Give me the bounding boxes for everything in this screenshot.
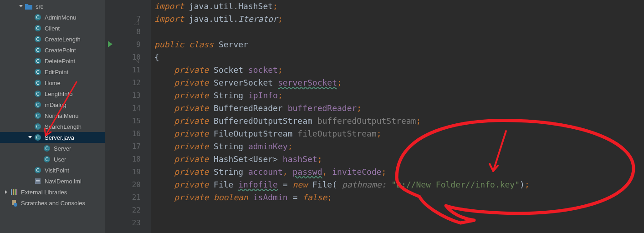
tree-file-visitpoint[interactable]: C VisitPoint (0, 165, 105, 176)
code-line[interactable]: private BufferedOutputStream bufferedOut… (154, 115, 644, 127)
tree-class-server[interactable]: C Server (0, 143, 105, 154)
code-line[interactable]: private BufferedReader bufferedReader; (154, 102, 644, 115)
svg-text:C: C (36, 37, 39, 42)
code-line[interactable]: { (154, 51, 644, 64)
gutter-line[interactable]: 16 (105, 127, 141, 140)
project-tree[interactable]: src C AdminMenu C Client C CreateLength … (0, 0, 105, 233)
code-line[interactable]: private String account, passwd, inviteCo… (154, 166, 644, 178)
tree-spacer (36, 146, 42, 151)
code-line[interactable]: private Socket socket; (154, 64, 644, 76)
tree-spacer (27, 102, 33, 107)
gutter-line[interactable]: 14 (105, 102, 141, 115)
svg-rect-31 (36, 180, 40, 181)
code-line[interactable]: import java.util.HashSet; (154, 0, 644, 13)
svg-rect-36 (16, 189, 17, 195)
svg-text:C: C (36, 113, 39, 118)
code-line[interactable]: private HashSet<User> hashSet; (154, 153, 644, 166)
code-line[interactable]: private FileOutputStream fileOutputStrea… (154, 127, 644, 140)
line-number: 16 (132, 129, 141, 138)
tree-spacer (27, 167, 33, 173)
tree-file-mdialog[interactable]: C mDialog (0, 99, 105, 110)
gutter-line[interactable]: 20 (105, 178, 141, 191)
tree-spacer (27, 80, 33, 86)
code-line[interactable]: private ServerSocket serverSocket; (154, 76, 644, 89)
class-icon: C (34, 35, 42, 43)
tree-file-createpoint[interactable]: C CreatePoint (0, 45, 105, 56)
tree-spacer (27, 15, 33, 20)
tree-file-client[interactable]: C Client (0, 23, 105, 34)
code-line[interactable]: import java.util.Iterator; (154, 13, 644, 25)
tree-label: DeletePoint (45, 58, 75, 65)
tree-class-user[interactable]: C User (0, 154, 105, 165)
gutter-line[interactable]: 9 (105, 38, 141, 51)
class-icon: C (34, 133, 42, 142)
svg-text:C: C (36, 59, 39, 64)
svg-rect-33 (11, 189, 12, 195)
tree-label: VisitPoint (45, 167, 69, 174)
gutter-line[interactable]: 17 (105, 140, 141, 153)
tree-label: CreateLength (45, 36, 81, 43)
tree-folder-src[interactable]: src (0, 1, 105, 12)
svg-rect-34 (13, 189, 14, 195)
tree-file-deletepoint[interactable]: C DeletePoint (0, 56, 105, 66)
code-line[interactable] (154, 217, 644, 229)
gutter-line[interactable]: 19 (105, 166, 141, 178)
gutter-line[interactable]: 10 (105, 51, 141, 64)
tree-external-libraries[interactable]: External Libraries (0, 187, 105, 198)
class-icon: C (34, 24, 42, 32)
gutter-line[interactable]: 23 (105, 217, 141, 229)
code-line[interactable]: private File infofile = new File( pathna… (154, 178, 644, 191)
code-line[interactable]: private boolean isAdmin = false; (154, 191, 644, 204)
code-line[interactable]: private String adminKey; (154, 140, 644, 153)
class-icon: C (34, 13, 42, 21)
class-icon: C (34, 90, 42, 98)
run-icon[interactable] (108, 41, 112, 47)
gutter-line[interactable]: 15 (105, 115, 141, 127)
svg-text:C: C (36, 168, 39, 173)
tree-label: mDialog (45, 101, 66, 108)
line-number: 11 (132, 66, 141, 74)
tree-file-editpoint[interactable]: C EditPoint (0, 66, 105, 77)
code-editor[interactable]: 7 8 9 10 11 12 13 14 15 16 17 18 19 20 2… (105, 0, 644, 233)
code-line[interactable]: private String ipInfo; (154, 89, 644, 102)
module-icon (34, 177, 42, 185)
tree-file-server-java[interactable]: C Server.java (0, 132, 105, 143)
tree-file-createlength[interactable]: C CreateLength (0, 34, 105, 45)
tree-file-lengthinfo[interactable]: C LengthInfo (0, 88, 105, 99)
fold-end-icon[interactable] (134, 16, 139, 21)
library-icon (10, 188, 18, 196)
gutter-line[interactable]: 7 (105, 13, 141, 25)
chevron-right-icon (4, 189, 9, 195)
class-icon: C (34, 57, 42, 65)
gutter-line[interactable]: 8 (105, 25, 141, 38)
gutter-line[interactable]: 18 (105, 153, 141, 166)
line-number: 20 (132, 180, 141, 189)
gutter-line[interactable]: 11 (105, 64, 141, 76)
gutter-line[interactable]: 21 (105, 191, 141, 204)
fold-start-icon[interactable] (134, 55, 139, 59)
gutter-line[interactable]: 22 (105, 204, 141, 217)
tree-label: External Libraries (21, 189, 67, 196)
tree-file-adminmenu[interactable]: C AdminMenu (0, 12, 105, 23)
tree-file-normalmenu[interactable]: C NormalMenu (0, 110, 105, 121)
svg-rect-35 (15, 189, 16, 195)
code-area[interactable]: import java.util.HashSet; import java.ut… (151, 0, 644, 233)
gutter-line[interactable] (105, 0, 141, 13)
tree-file-navidemo-iml[interactable]: NaviDemo.iml (0, 176, 105, 187)
gutter-line[interactable]: 12 (105, 76, 141, 89)
code-line[interactable] (154, 204, 644, 217)
tree-spacer (27, 91, 33, 96)
tree-scratches[interactable]: Scratches and Consoles (0, 198, 105, 208)
gutter-line[interactable]: 13 (105, 89, 141, 102)
svg-text:C: C (45, 157, 48, 162)
tree-file-home[interactable]: C Home (0, 77, 105, 88)
tree-file-searchlength[interactable]: C SearchLength (0, 121, 105, 132)
class-icon: C (34, 68, 42, 76)
class-icon: C (34, 111, 42, 120)
editor-gutter[interactable]: 7 8 9 10 11 12 13 14 15 16 17 18 19 20 2… (105, 0, 151, 233)
class-icon: C (34, 101, 42, 109)
tree-spacer (27, 113, 33, 118)
code-line[interactable]: public class Server (154, 38, 644, 51)
code-line[interactable] (154, 25, 644, 38)
scratch-icon (10, 199, 18, 207)
